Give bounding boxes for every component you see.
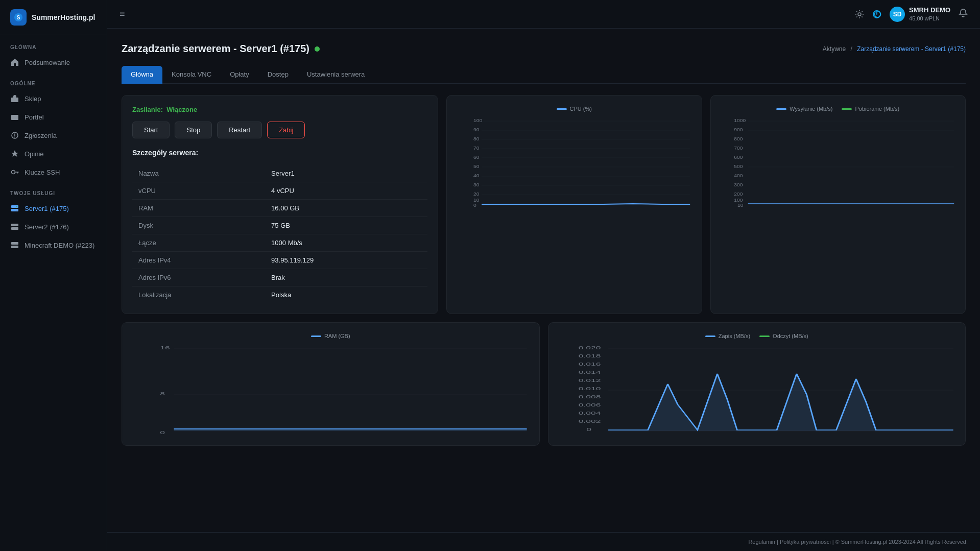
user-name: SMRH DEMO [909,6,950,15]
disk-io-chart-svg: 0.020 0.018 0.016 0.014 0.012 0.010 0.00… [559,343,955,435]
disk-io-chart-header: Zapis (MB/s) Odczyt (MB/s) [559,333,955,339]
ram-chart-wrapper: 16 8 0 [132,343,529,435]
svg-text:0: 0 [473,203,476,208]
svg-text:0.008: 0.008 [578,394,601,399]
ram-chart-svg: 16 8 0 [132,343,529,435]
detail-key: vCPU [132,182,265,200]
start-button[interactable]: Start [132,122,170,138]
detail-value: Brak [265,269,427,286]
sidebar-section-label-glowna: GŁÓWNA [0,35,107,53]
notifications-icon[interactable] [959,8,968,20]
sidebar-item-podsumowanie[interactable]: Podsumowanie [0,53,107,71]
sidebar-item-label-portfel: Portfel [25,113,44,121]
footer-privacy-link[interactable]: Polityka prywatności [780,539,831,545]
svg-text:500: 500 [734,164,743,169]
restart-button[interactable]: Restart [217,122,262,138]
detail-value: 93.95.119.129 [265,252,427,269]
user-avatar: SD [890,7,905,22]
power-status-label: Zasilanie: Włączone [132,106,427,113]
network-send-label: Wysyłanie (Mb/s) [790,106,832,112]
sidebar-item-opinie[interactable]: Opinie [0,145,107,163]
svg-text:200: 200 [734,191,743,197]
detail-value: 4 vCPU [265,182,427,200]
user-details: SMRH DEMO 45,00 wPLN [909,6,950,22]
ram-legend: RAM (GB) [311,333,350,339]
svg-point-13 [16,228,17,229]
network-chart-card: Wysyłanie (Mb/s) Pobieranie (Mb/s) 1000 … [710,95,966,314]
sidebar: S SummerHosting.pl GŁÓWNA Podsumowanie O… [0,0,107,551]
svg-text:30: 30 [473,182,479,187]
svg-text:80: 80 [473,136,479,141]
sidebar-section-ogolne: OGÓLNE Sklep Portfel [0,71,107,181]
sidebar-item-server1-175[interactable]: Server1 (#175) [0,199,107,218]
svg-text:100: 100 [473,118,482,123]
detail-key: Adres IPv4 [132,252,265,269]
sidebar-item-portfel[interactable]: Portfel [0,108,107,126]
breadcrumb-active-link[interactable]: Aktywne [823,45,846,53]
wallet-icon [10,112,19,122]
network-send-color [776,108,786,110]
sidebar-item-zgloszenia[interactable]: Zgłoszenia [0,126,107,145]
table-row: Dysk75 GB [132,217,427,234]
panel-grid-bottom: RAM (GB) 16 8 0 [122,322,966,446]
stop-button[interactable]: Stop [175,122,212,138]
server-details-title: Szczegóły serwera: [132,149,427,157]
user-info: SD SMRH DEMO 45,00 wPLN [890,6,950,22]
logo-text: SummerHosting.pl [32,13,95,21]
svg-text:0.016: 0.016 [578,362,601,367]
sidebar-item-minecraft-demo-223[interactable]: Minecraft DEMO (#223) [0,236,107,254]
disk-write-color [705,336,715,337]
table-row: Łącze1000 Mb/s [132,234,427,252]
detail-key: Dysk [132,217,265,234]
topbar-left: ≡ [119,9,125,19]
svg-text:600: 600 [734,155,743,160]
tab-dostep[interactable]: Dostęp [258,66,298,84]
table-row: vCPU4 vCPU [132,182,427,200]
svg-text:700: 700 [734,146,743,151]
svg-text:0.004: 0.004 [578,411,601,416]
cpu-legend: CPU (%) [557,106,592,112]
server-icon-1 [10,204,19,213]
sidebar-item-label-opinie: Opinie [25,150,44,158]
kill-button[interactable]: Zabij [267,122,305,138]
detail-key: Lokalizacja [132,286,265,304]
sidebar-item-sklep[interactable]: Sklep [0,89,107,108]
disk-io-chart-card: Zapis (MB/s) Odczyt (MB/s) 0.020 0.018 0… [548,322,966,446]
power-server-card: Zasilanie: Włączone Start Stop Restart Z… [122,95,438,314]
network-legend-send: Wysyłanie (Mb/s) [776,106,832,112]
details-table: NazwaServer1vCPU4 vCPURAM16.00 GBDysk75 … [132,165,427,303]
power-icon[interactable] [872,10,881,19]
svg-text:0.006: 0.006 [578,402,601,408]
tab-ustawienia-serwera[interactable]: Ustawienia serwera [298,66,374,84]
sidebar-item-server2-176[interactable]: Server2 (#176) [0,218,107,236]
tabs-bar: Główna Konsola VNC Opłaty Dostęp Ustawie… [122,66,966,84]
logo-icon: S [10,9,27,26]
main-area: ≡ SD SMRH DEMO 45,00 wPLN [107,0,980,551]
svg-point-8 [16,206,17,207]
svg-text:1000: 1000 [734,118,746,123]
breadcrumb: Aktywne / Zarządzanie serwerem - Server1… [823,45,966,53]
ram-chart-card: RAM (GB) 16 8 0 [122,322,540,446]
svg-text:50: 50 [473,164,479,169]
table-row: NazwaServer1 [132,165,427,182]
svg-text:900: 900 [734,127,743,132]
hamburger-button[interactable]: ≡ [119,9,125,19]
table-row: LokalizacjaPolska [132,286,427,304]
tab-konsola-vnc[interactable]: Konsola VNC [162,66,221,84]
svg-point-12 [16,225,17,226]
tab-glowna[interactable]: Główna [122,66,162,84]
sidebar-item-klucze-ssh[interactable]: Klucze SSH [0,163,107,181]
disk-read-legend: Odczyt (MB/s) [759,333,808,339]
tab-oplaty[interactable]: Opłaty [221,66,258,84]
page-title: Zarządzanie serwerem - Server1 (#175) [122,43,320,55]
svg-marker-62 [174,429,527,431]
settings-icon[interactable] [855,10,864,19]
svg-text:8: 8 [160,391,165,396]
disk-write-label: Zapis (MB/s) [719,333,750,339]
svg-text:60: 60 [473,155,479,160]
svg-text:800: 800 [734,136,743,141]
svg-point-9 [16,210,17,211]
footer-regulamin-link[interactable]: Regulamin [748,539,775,545]
sidebar-section-glowna: GŁÓWNA Podsumowanie [0,35,107,71]
svg-text:0.014: 0.014 [578,370,601,375]
